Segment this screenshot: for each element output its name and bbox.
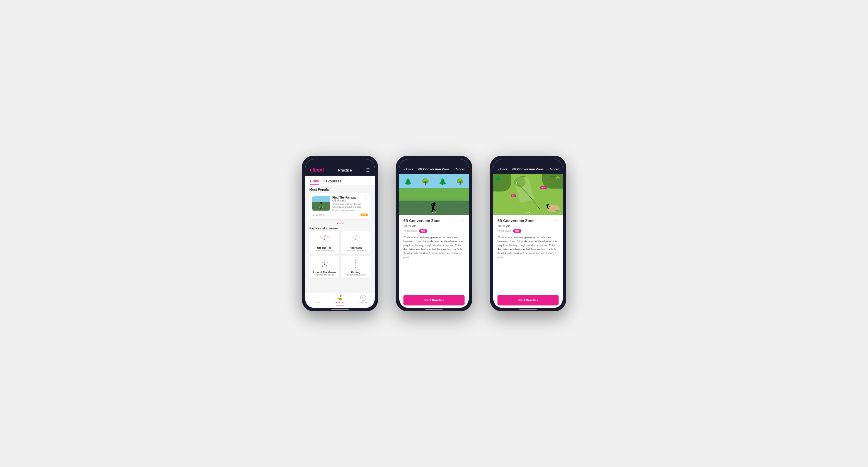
card-dots — [305, 222, 375, 225]
tab-drills[interactable]: Drills — [310, 178, 319, 185]
phone-3-screen: < Back 6ft Conversion Zone Cancel — [493, 159, 563, 308]
skill-name-approach: Approach — [349, 246, 362, 249]
favourite-star[interactable]: ☆ — [461, 219, 465, 223]
image-dots — [432, 212, 436, 213]
nav-active-indicator — [336, 305, 344, 305]
drill-subtitle: Off The Tee — [332, 199, 362, 202]
svg-line-25 — [320, 262, 324, 264]
menu-icon[interactable]: ☰ — [366, 168, 370, 172]
cancel-button-3[interactable]: Cancel — [549, 167, 559, 171]
map-dots — [526, 212, 530, 213]
dot-2 — [339, 223, 341, 224]
phone2-header-title: 6ft Conversion Zone — [418, 167, 450, 171]
start-practice-button-3[interactable]: Start Practice — [497, 295, 559, 305]
tab-favourites[interactable]: Favourites — [323, 178, 341, 185]
tree-1: 🌲 — [404, 178, 412, 186]
drill-thumbnail — [312, 196, 330, 210]
drill-name-3: 6ft Conversion Zone — [497, 219, 534, 223]
nav-home[interactable]: ⌂ Home — [305, 295, 329, 305]
svg-point-4 — [320, 202, 322, 204]
phone-1: clippd Practice ☰ Drills Favourites Most… — [302, 156, 378, 311]
phone-1-screen: clippd Practice ☰ Drills Favourites Most… — [305, 159, 375, 308]
map-dot-2 — [529, 212, 530, 213]
skill-name-ott: Off The Tee — [317, 246, 332, 249]
nav-home-label: Home — [314, 301, 320, 303]
drill-favourite-icon[interactable]: ☆ — [364, 196, 368, 212]
drill-description: 20 shots are randomly generated at dista… — [403, 236, 465, 259]
favourite-star-3[interactable]: ☆ — [555, 219, 559, 223]
drill-name: 6ft Conversion Zone — [403, 219, 440, 223]
nav-capture[interactable]: + Capture — [351, 295, 375, 305]
svg-line-19 — [352, 236, 356, 239]
clock-icon: ⏱ — [312, 213, 315, 216]
svg-point-35 — [516, 182, 518, 184]
cancel-button[interactable]: Cancel — [455, 167, 465, 171]
svg-line-12 — [320, 236, 324, 239]
drill-description-3: 20 shots are randomly generated at dista… — [497, 236, 559, 259]
rough-label: ROUGH — [550, 175, 555, 177]
start-practice-button[interactable]: Start Practice — [403, 295, 465, 305]
drill-card-footer: ⏱ 10 shots OTT — [312, 213, 368, 216]
svg-line-18 — [356, 235, 360, 238]
svg-point-27 — [322, 266, 323, 267]
featured-drill-card[interactable]: Find The Fairway Off The Tee Create an i… — [309, 193, 371, 219]
phone3-header: < Back 6ft Conversion Zone Cancel — [493, 159, 563, 174]
arg-tag: ARG — [419, 229, 427, 233]
svg-line-14 — [324, 239, 328, 242]
drill-meta: ⏱ 20 shots ARG — [403, 229, 465, 233]
shots-badge: ⏱ 20 shots — [403, 230, 417, 233]
nav-capture-label: Capture — [359, 301, 367, 304]
putting-icon — [348, 258, 363, 270]
explore-title: Explore skill areas — [305, 225, 375, 231]
skill-card-atg[interactable]: Around The Green Hone your short game — [309, 256, 339, 278]
svg-point-33 — [355, 265, 356, 266]
skill-desc-atg: Hone your short game — [314, 274, 334, 276]
trees: 🌲 🌳 🌲 🌳 — [399, 178, 469, 186]
svg-point-34 — [355, 267, 356, 268]
svg-line-13 — [321, 239, 324, 242]
skill-desc-ott: Power and accuracy — [315, 249, 334, 252]
approach-icon — [348, 234, 363, 245]
drill-title: Find The Fairway — [332, 196, 362, 199]
back-button[interactable]: < Back — [403, 167, 413, 171]
app-logo: clippd — [310, 167, 324, 173]
skill-card-off-the-tee[interactable]: Off The Tee Power and accuracy — [309, 231, 339, 254]
svg-line-20 — [353, 239, 356, 243]
drill-header: 6ft Conversion Zone ☆ — [403, 219, 465, 223]
skill-name-atg: Around The Green — [313, 271, 336, 274]
tree-3: 🌲 — [439, 178, 446, 186]
phone3-header-title: 6ft Conversion Zone — [513, 167, 544, 171]
drill-meta-3: ⏱ 20 shots ARG — [497, 229, 559, 233]
tree-4: 🌳 — [456, 178, 464, 186]
shots-count-3: 20 shots — [501, 230, 511, 233]
skill-name-putting: Putting — [351, 271, 360, 274]
svg-line-11 — [324, 235, 329, 237]
off-the-tee-icon — [317, 234, 332, 245]
svg-line-26 — [324, 262, 328, 264]
skill-grid: Off The Tee Power and accuracy — [305, 231, 375, 280]
drill-content-3: 6ft Conversion Zone ☆ 10-50 yds ⏱ 20 sho… — [493, 215, 563, 293]
capture-icon: + — [360, 295, 366, 301]
dot-3 — [342, 223, 343, 224]
header-title: Practice — [338, 168, 352, 172]
path-svg — [493, 174, 563, 215]
skill-card-approach[interactable]: Approach Dial-in to hit the green — [341, 231, 371, 254]
svg-point-29 — [322, 262, 323, 263]
sand-label: SAND — [555, 210, 559, 211]
tree-2: 🌳 — [422, 178, 429, 186]
nav-activities[interactable]: ⛳ Activities — [329, 295, 352, 305]
home-icon: ⌂ — [316, 295, 318, 300]
phone1-header: clippd Practice ☰ — [305, 159, 375, 176]
back-button-3[interactable]: < Back — [497, 167, 507, 171]
map-dot-1 — [526, 212, 527, 213]
drill-image: 🌲 🌳 🌲 🌳 🏌️ — [399, 174, 469, 215]
phone-2: < Back 6ft Conversion Zone Cancel 🌲 🌳 🌲 … — [396, 156, 472, 311]
fairway-label: FAIRWAY — [520, 175, 526, 177]
skill-card-putting[interactable]: Putting Make and lag practice — [341, 256, 371, 278]
phones-container: clippd Practice ☰ Drills Favourites Most… — [302, 156, 566, 311]
svg-point-32 — [355, 262, 356, 263]
drill-shots: ⏱ 10 shots — [312, 213, 324, 216]
svg-point-22 — [359, 238, 360, 238]
atg-icon — [317, 258, 332, 270]
svg-rect-1 — [312, 196, 330, 202]
